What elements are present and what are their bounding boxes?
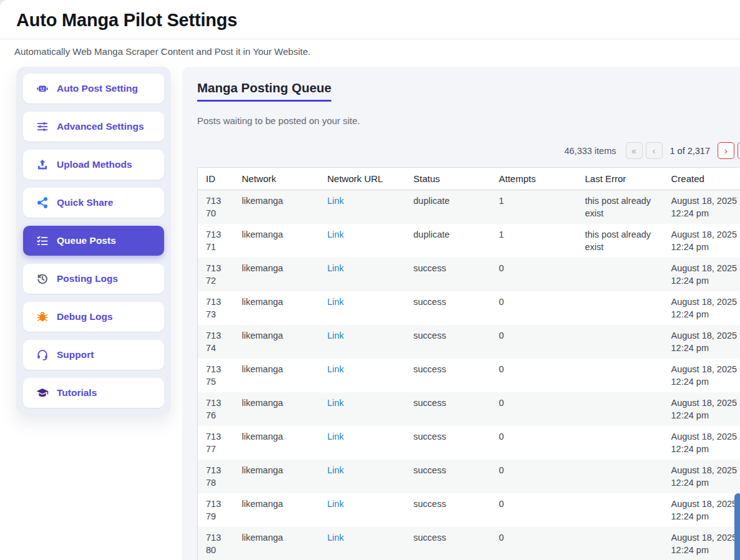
next-page-button[interactable]: ›: [718, 142, 734, 159]
cell-created: August 18, 2025 12:24 pm: [663, 291, 740, 325]
sidebar-item-posting-logs[interactable]: Posting Logs: [23, 264, 164, 294]
sidebar-item-label: Upload Methods: [57, 159, 132, 170]
sidebar-item-quick-share[interactable]: Quick Share: [23, 188, 164, 218]
sidebar-item-advanced-settings[interactable]: Advanced Settings: [23, 112, 164, 142]
network-url-link[interactable]: Link: [328, 331, 344, 340]
cell-attempts: 0: [491, 359, 577, 392]
cell-network: likemanga: [234, 460, 319, 493]
content-area: Auto Post Setting Advanced Settings Uplo…: [0, 67, 740, 560]
cell-last-error: this post already exist: [577, 224, 663, 258]
cell-created: August 18, 2025 12:24 pm: [663, 359, 740, 392]
cell-last-error: [577, 426, 663, 460]
cell-network-url: Link: [319, 325, 406, 359]
cell-network: likemanga: [234, 493, 319, 527]
cell-network: likemanga: [234, 426, 319, 460]
cell-created: August 18, 2025 12:24 pm: [663, 392, 740, 426]
cell-status: duplicate: [406, 190, 491, 224]
sidebar-item-tutorials[interactable]: Tutorials: [23, 378, 164, 408]
page-header: Auto Manga Pilot Settings Automatically …: [0, 0, 740, 57]
cell-network: likemanga: [234, 325, 319, 359]
cell-last-error: [577, 291, 663, 325]
cell-created: August 18, 2025 12:24 pm: [663, 493, 740, 527]
cell-id: 71373: [198, 291, 234, 325]
last-page-button[interactable]: »: [738, 142, 740, 159]
vertical-scrollbar-thumb[interactable]: [734, 493, 740, 560]
cell-id: 71374: [198, 325, 234, 359]
cell-network: likemanga: [234, 392, 319, 426]
sidebar-item-label: Debug Logs: [57, 311, 113, 322]
sidebar-item-debug-logs[interactable]: Debug Logs: [23, 302, 164, 332]
cell-last-error: [577, 258, 663, 291]
panel-heading: Manga Posting Queue: [197, 80, 331, 102]
cell-id: 71380: [198, 527, 234, 560]
cell-id: 71370: [198, 190, 234, 224]
graduation-cap-icon: [36, 387, 49, 399]
table-row: 71376 likemanga Link success 0 August 18…: [198, 392, 740, 426]
table-row: 71378 likemanga Link success 0 August 18…: [198, 460, 740, 493]
cell-attempts: 0: [491, 291, 577, 325]
sidebar-item-label: Advanced Settings: [57, 121, 144, 132]
table-row: 71372 likemanga Link success 0 August 18…: [198, 258, 740, 291]
cell-network-url: Link: [319, 359, 406, 392]
queue-panel: Manga Posting Queue Posts waiting to be …: [182, 67, 740, 560]
bug-icon: [36, 311, 49, 323]
cell-status: success: [406, 493, 491, 527]
cell-network-url: Link: [319, 460, 406, 493]
items-count: 46,333 items: [564, 146, 616, 156]
cell-network-url: Link: [319, 527, 406, 560]
cell-attempts: 0: [491, 258, 577, 291]
cell-network: likemanga: [234, 291, 319, 325]
first-page-button: «: [626, 142, 643, 159]
sidebar-item-label: Queue Posts: [57, 235, 116, 246]
network-url-link[interactable]: Link: [328, 432, 344, 442]
table-row: 71375 likemanga Link success 0 August 18…: [198, 359, 740, 392]
cell-last-error: [577, 527, 663, 560]
cell-created: August 18, 2025 12:24 pm: [663, 460, 740, 493]
table-row: 71379 likemanga Link success 0 August 18…: [198, 493, 740, 527]
cell-status: success: [406, 426, 491, 460]
sidebar-item-support[interactable]: Support: [23, 340, 164, 370]
network-url-link[interactable]: Link: [328, 297, 344, 307]
network-url-link[interactable]: Link: [328, 263, 344, 273]
cell-network-url: Link: [319, 426, 406, 460]
cell-attempts: 1: [491, 190, 577, 224]
sidebar-item-upload-methods[interactable]: Upload Methods: [23, 150, 164, 180]
settings-page: Auto Manga Pilot Settings Automatically …: [0, 0, 740, 560]
cell-id: 71376: [198, 392, 234, 426]
table-row: 71380 likemanga Link success 0 August 18…: [198, 527, 740, 560]
cell-last-error: [577, 325, 663, 359]
cell-attempts: 0: [491, 392, 577, 426]
network-url-link[interactable]: Link: [328, 465, 344, 475]
cell-id: 71375: [198, 359, 234, 392]
sidebar-item-queue-posts[interactable]: Queue Posts: [23, 226, 164, 256]
cell-network-url: Link: [319, 190, 406, 224]
cell-status: success: [406, 392, 491, 426]
column-header-id: ID: [198, 168, 234, 190]
cell-attempts: 0: [491, 527, 577, 560]
network-url-link[interactable]: Link: [328, 533, 344, 543]
network-url-link[interactable]: Link: [328, 398, 344, 408]
page-title: Auto Manga Pilot Settings: [16, 10, 724, 31]
column-header-status: Status: [406, 168, 491, 190]
network-url-link[interactable]: Link: [328, 364, 344, 374]
sidebar-item-auto-post-setting[interactable]: Auto Post Setting: [23, 74, 164, 104]
cell-created: August 18, 2025 12:24 pm: [663, 426, 740, 460]
cell-last-error: [577, 493, 663, 527]
upload-icon: [36, 158, 49, 171]
cell-id: 71377: [198, 426, 234, 460]
sidebar-item-label: Posting Logs: [57, 273, 118, 284]
cell-status: success: [406, 325, 491, 359]
column-header-last-error: Last Error: [577, 168, 663, 190]
cell-status: duplicate: [406, 224, 491, 258]
network-url-link[interactable]: Link: [328, 499, 344, 509]
cell-network: likemanga: [234, 190, 319, 224]
cell-status: success: [406, 527, 491, 560]
network-url-link[interactable]: Link: [328, 196, 344, 206]
network-url-link[interactable]: Link: [328, 229, 344, 239]
cell-network-url: Link: [319, 493, 406, 527]
cell-status: success: [406, 359, 491, 392]
sidebar-item-label: Auto Post Setting: [57, 83, 138, 94]
history-icon: [36, 273, 49, 285]
cell-last-error: [577, 392, 663, 426]
pagination: 46,333 items « ‹ 1 of 2,317 › »: [197, 142, 740, 159]
